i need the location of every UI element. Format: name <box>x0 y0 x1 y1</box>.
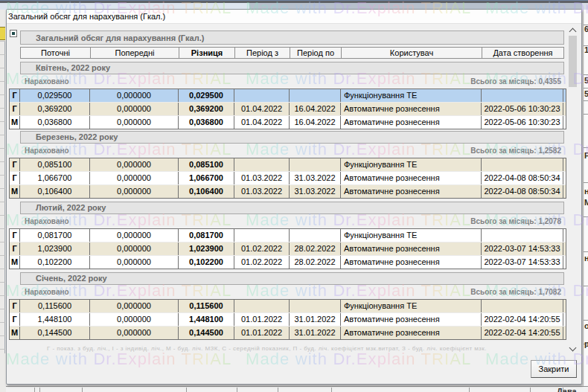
background-left-strip <box>0 10 6 392</box>
table-row[interactable]: Г1,0667000,0000001,06670001.03.202231.03… <box>10 171 566 184</box>
column-header-0[interactable]: Поточні <box>20 47 91 59</box>
cell-user: Автоматичне рознесення <box>341 185 482 198</box>
table-row[interactable]: М0,0368000,0000000,03680001.04.202216.04… <box>10 115 566 129</box>
background-line <box>0 309 5 309</box>
background-line <box>584 74 588 75</box>
cell-diff: 0,115600 <box>179 300 234 312</box>
table-row-selected[interactable]: Г0,0295000,0000000,029500Функціонування … <box>10 89 566 102</box>
group-title-text: Загальний обсяг для нарахування (Гкал.) <box>36 33 204 42</box>
cell-to: 31.03.2022 <box>290 185 341 198</box>
cell-current: 1,066700 <box>20 172 90 184</box>
cell-sliver <box>563 89 566 102</box>
cell-previous: 0,000000 <box>90 242 179 255</box>
cell-created <box>482 300 563 312</box>
table-row[interactable]: Г1,0239000,0000001,02390001.02.202228.02… <box>10 242 566 255</box>
background-text-fragment: но <box>584 254 588 263</box>
accrued-row: НарахованоВсього за місяць: 1,2582 <box>20 144 564 157</box>
scroll-up-icon[interactable] <box>569 28 577 36</box>
background-line <box>584 286 588 286</box>
cell-type: Г <box>10 229 20 242</box>
accrued-label: Нараховано <box>25 147 69 155</box>
table-row[interactable]: Г0,3692000,0000000,36920001.04.202216.04… <box>10 102 566 115</box>
column-header-3[interactable]: Період з <box>234 47 290 59</box>
background-line <box>39 388 40 392</box>
table-row[interactable]: М0,1064000,0000000,10640001.03.202231.03… <box>10 184 566 198</box>
cell-sliver <box>563 229 566 242</box>
background-line <box>0 175 5 176</box>
background-bottom-strip: Дава <box>6 386 588 392</box>
cell-previous: 0,000000 <box>90 327 179 339</box>
cell-current: 0,081700 <box>20 229 90 242</box>
column-header-4[interactable]: Період по <box>290 47 342 59</box>
cell-user: Функціонування ТЕ <box>341 158 482 171</box>
dialog-window: Загальний обсяг для нарахування (Гкал.) … <box>6 9 582 385</box>
cell-sliver <box>563 103 566 115</box>
cell-to: 16.04.2022 <box>290 116 341 129</box>
cell-current: 0,036800 <box>20 116 90 129</box>
accrued-row: НарахованоВсього за місяць: 0,4355 <box>20 75 564 88</box>
cell-diff: 1,448100 <box>179 313 234 326</box>
background-line <box>0 228 5 229</box>
table-row[interactable]: Г0,1156000,0000000,115600Функціонування … <box>10 300 566 312</box>
column-header-5[interactable]: Користувач <box>341 47 482 59</box>
background-text-fragment: 50 <box>584 89 588 98</box>
cell-diff: 1,066700 <box>179 172 234 184</box>
cell-sliver <box>563 256 566 269</box>
background-text-fragment: о <box>584 321 588 330</box>
table-row[interactable]: Г0,0817000,0000000,081700Функціонування … <box>10 229 566 242</box>
background-line <box>0 41 5 42</box>
month-band-label: Лютий, 2022 року <box>36 203 106 212</box>
background-line <box>0 54 5 55</box>
cell-current: 0,115600 <box>20 300 90 312</box>
vertical-scrollbar[interactable] <box>567 25 578 356</box>
cell-created: 2022-03-07 14:53:33 <box>482 242 563 255</box>
background-line <box>0 68 5 68</box>
cell-user: Автоматичне рознесення <box>341 103 482 115</box>
cell-previous: 0,000000 <box>90 158 179 171</box>
table-row[interactable]: Г0,0851000,0000000,085100Функціонування … <box>10 158 566 171</box>
table-row[interactable]: М0,1022000,0000000,10220001.02.202228.02… <box>10 255 566 269</box>
background-line <box>469 388 470 392</box>
accrued-label: Нараховано <box>25 77 69 86</box>
background-line <box>0 295 5 296</box>
month-band-label: Січень, 2022 року <box>36 274 107 283</box>
cell-type: Г <box>10 103 20 115</box>
table-row[interactable]: М0,1445000,0000000,14450001.01.202231.01… <box>10 326 566 339</box>
cell-to: 28.02.2022 <box>290 242 341 255</box>
cell-created: 2022-05-06 10:30:23 <box>482 116 563 129</box>
column-header-1[interactable]: Попередні <box>90 47 179 59</box>
cell-type: Г <box>10 300 20 312</box>
cell-type: Г <box>10 172 20 184</box>
cell-to: 31.03.2022 <box>290 172 341 184</box>
cell-type: Г <box>10 158 20 171</box>
close-button[interactable]: Закрити <box>531 360 577 378</box>
cell-previous: 0,000000 <box>90 116 179 129</box>
cell-previous: 0,000000 <box>90 172 179 184</box>
cell-current: 0,144500 <box>20 327 90 339</box>
cell-user: Автоматичне рознесення <box>341 242 482 255</box>
column-header-6[interactable]: Дата створення <box>482 47 564 59</box>
table-row[interactable]: Г1,4481000,0000001,44810001.01.202231.01… <box>10 312 566 326</box>
scroll-down-icon[interactable] <box>569 344 577 352</box>
column-header-2[interactable]: Різниця <box>179 47 235 59</box>
hotspot-marker-icon[interactable] <box>10 30 17 37</box>
cell-type: М <box>10 256 20 269</box>
background-top-farright <box>582 3 588 10</box>
cell-previous: 0,000000 <box>90 103 179 115</box>
cell-current: 0,102200 <box>20 256 90 269</box>
cell-current: 1,448100 <box>20 313 90 326</box>
scrollbar-thumb[interactable] <box>569 36 577 87</box>
cell-to: 31.01.2022 <box>290 313 341 326</box>
background-line <box>0 215 5 216</box>
background-line <box>0 94 5 95</box>
cell-from <box>234 158 290 171</box>
cell-user: Автоматичне рознесення <box>341 116 482 129</box>
background-line <box>0 202 5 202</box>
background-line <box>0 242 5 242</box>
data-rows-grid: Г0,0817000,0000000,081700Функціонування … <box>9 228 566 269</box>
hotspot-marker-inner <box>12 32 15 35</box>
dialog-titlebar[interactable]: Загальний обсяг для нарахування (Гкал.) <box>7 10 581 24</box>
accrued-row: НарахованоВсього за місяць: 1,2078 <box>20 215 564 228</box>
background-line <box>0 282 5 283</box>
month-total: Всього за місяць: 1,2582 <box>470 147 561 155</box>
